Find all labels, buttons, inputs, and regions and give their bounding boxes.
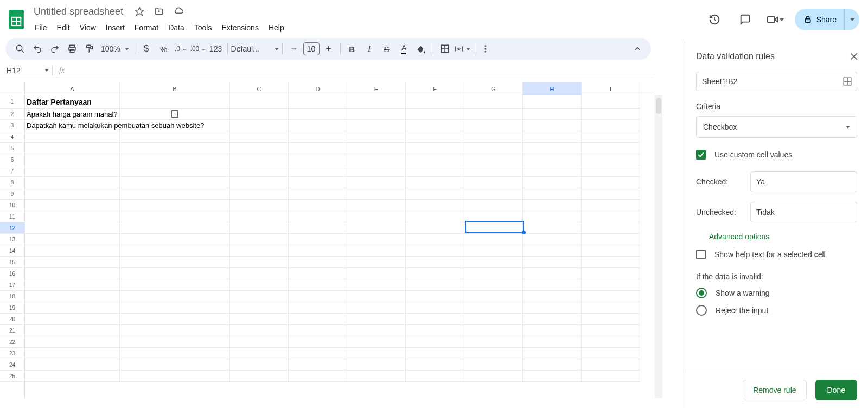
cell[interactable] [347, 222, 406, 234]
show-help-text-checkbox[interactable] [696, 250, 706, 259]
cell[interactable] [406, 325, 464, 336]
cell[interactable]: Daftar Pertanyaan [25, 95, 120, 109]
merge-cells-icon[interactable] [454, 41, 470, 56]
cell[interactable] [347, 279, 406, 291]
cell[interactable] [230, 177, 289, 188]
col-header-H[interactable]: H [523, 82, 582, 95]
cell[interactable] [523, 211, 582, 222]
cell[interactable] [523, 325, 582, 336]
cell[interactable] [464, 268, 523, 279]
cell[interactable] [582, 314, 640, 325]
menu-edit[interactable]: Edit [53, 21, 74, 34]
cell[interactable] [347, 154, 406, 165]
cell[interactable] [347, 359, 406, 371]
cell[interactable] [523, 200, 582, 211]
cell[interactable] [347, 348, 406, 359]
cell[interactable] [230, 245, 289, 257]
cell[interactable] [347, 314, 406, 325]
cell[interactable] [464, 234, 523, 245]
undo-icon[interactable] [29, 41, 46, 56]
checkbox-cell[interactable] [171, 110, 178, 118]
text-color-icon[interactable]: A [396, 41, 412, 56]
cell[interactable] [406, 211, 464, 222]
cell[interactable] [120, 120, 230, 131]
range-input[interactable]: Sheet1!B2 [696, 72, 857, 91]
col-header-C[interactable]: C [230, 82, 289, 95]
cell[interactable] [289, 120, 347, 131]
cell[interactable] [464, 143, 523, 154]
cell[interactable] [25, 245, 120, 257]
row-header[interactable]: 10 [0, 200, 24, 211]
cell[interactable] [464, 188, 523, 200]
row-header[interactable]: 2 [0, 109, 24, 120]
cell[interactable] [230, 200, 289, 211]
cell[interactable] [582, 165, 640, 177]
paint-format-icon[interactable] [81, 41, 98, 56]
cell[interactable] [25, 165, 120, 177]
menu-insert[interactable]: Insert [101, 21, 129, 34]
sheets-logo[interactable] [5, 9, 27, 30]
cell[interactable] [120, 234, 230, 245]
row-header[interactable]: 11 [0, 211, 24, 222]
cell[interactable] [523, 222, 582, 234]
spreadsheet-grid[interactable]: 1234567891011121314151617181920212223242… [0, 82, 655, 398]
cell[interactable] [120, 279, 230, 291]
row-header[interactable]: 7 [0, 165, 24, 177]
meet-button[interactable] [764, 9, 786, 30]
cell[interactable] [25, 325, 120, 336]
cell[interactable] [230, 120, 289, 131]
use-custom-values-checkbox[interactable] [696, 150, 706, 160]
cell[interactable] [289, 279, 347, 291]
zoom-select[interactable]: 100% [99, 41, 131, 56]
cell[interactable] [464, 95, 523, 109]
cell[interactable] [230, 291, 289, 302]
cell[interactable] [582, 154, 640, 165]
remove-rule-button[interactable]: Remove rule [743, 380, 806, 400]
cell[interactable] [289, 95, 347, 109]
cell[interactable] [289, 245, 347, 257]
cell[interactable] [464, 177, 523, 188]
row-header[interactable]: 18 [0, 291, 24, 302]
cell[interactable] [25, 143, 120, 154]
cell[interactable] [120, 211, 230, 222]
cell[interactable] [25, 222, 120, 234]
cell[interactable] [289, 257, 347, 268]
cell[interactable] [25, 348, 120, 359]
cell[interactable]: Apakah harga garam mahal? [25, 109, 120, 120]
cell[interactable] [347, 131, 406, 143]
row-header[interactable]: 4 [0, 131, 24, 143]
cell[interactable] [120, 188, 230, 200]
cell[interactable] [347, 165, 406, 177]
cell[interactable] [582, 257, 640, 268]
cell[interactable] [582, 268, 640, 279]
share-dropdown[interactable] [844, 9, 859, 30]
cell[interactable] [464, 257, 523, 268]
cell[interactable] [523, 188, 582, 200]
cell[interactable] [406, 165, 464, 177]
cell[interactable] [523, 245, 582, 257]
cell[interactable] [406, 279, 464, 291]
cell[interactable] [464, 200, 523, 211]
radio-show-warning[interactable] [696, 288, 707, 298]
cell[interactable] [523, 291, 582, 302]
increase-decimal-icon[interactable]: .00 → [190, 41, 207, 56]
unchecked-value-input[interactable] [750, 202, 857, 222]
redo-icon[interactable] [47, 41, 63, 56]
cell[interactable] [289, 371, 347, 382]
menu-format[interactable]: Format [130, 21, 163, 34]
fill-color-icon[interactable] [413, 41, 430, 56]
cell[interactable] [120, 336, 230, 348]
cell[interactable] [289, 165, 347, 177]
row-header[interactable]: 16 [0, 268, 24, 279]
cell[interactable] [289, 188, 347, 200]
cell[interactable] [347, 245, 406, 257]
row-header[interactable]: 8 [0, 177, 24, 188]
cell[interactable] [120, 257, 230, 268]
comments-icon[interactable] [734, 9, 756, 30]
cell[interactable] [523, 257, 582, 268]
move-icon[interactable] [152, 5, 165, 18]
cell[interactable] [289, 154, 347, 165]
cell[interactable] [406, 234, 464, 245]
cell[interactable] [289, 348, 347, 359]
cell[interactable] [347, 177, 406, 188]
